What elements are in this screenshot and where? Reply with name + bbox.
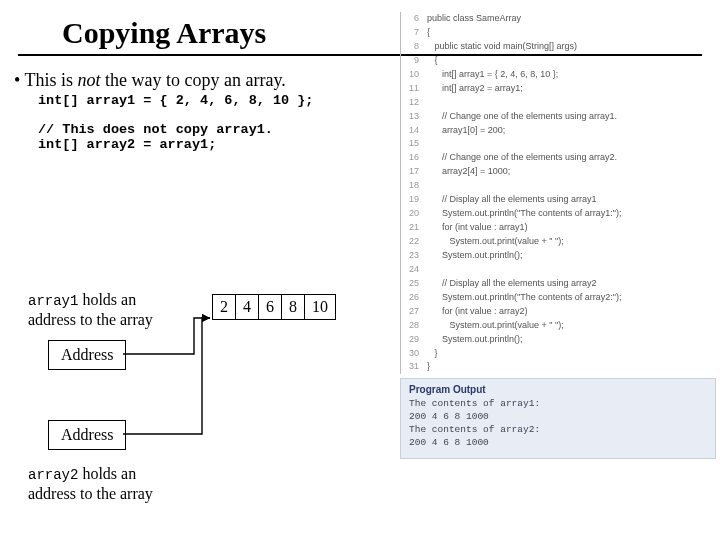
code-row: 22 System.out.print(value + " "); xyxy=(407,235,716,249)
code-row: 10 int[] array1 = { 2, 4, 6, 8, 10 }; xyxy=(407,68,716,82)
line-number: 29 xyxy=(407,333,427,347)
output-line: The contents of array1: xyxy=(409,398,707,411)
code-text: public class SameArray xyxy=(427,12,521,26)
line-number: 8 xyxy=(407,40,427,54)
line-number: 28 xyxy=(407,319,427,333)
code-text: for (int value : array2) xyxy=(427,305,528,319)
line-number: 18 xyxy=(407,179,427,193)
code-row: 31} xyxy=(407,360,716,374)
line-number: 7 xyxy=(407,26,427,40)
line-number: 19 xyxy=(407,193,427,207)
line-number: 16 xyxy=(407,151,427,165)
output-line: The contents of array2: xyxy=(409,424,707,437)
code-row: 7{ xyxy=(407,26,716,40)
line-number: 30 xyxy=(407,347,427,361)
line-number: 12 xyxy=(407,96,427,110)
code-text: } xyxy=(427,360,430,374)
line-number: 31 xyxy=(407,360,427,374)
code-text: System.out.println(); xyxy=(427,333,523,347)
code-row: 24 xyxy=(407,263,716,277)
line-number: 14 xyxy=(407,124,427,138)
code-text: System.out.print(value + " "); xyxy=(427,235,564,249)
code-text: int[] array1 = { 2, 4, 6, 8, 10 }; xyxy=(427,68,558,82)
line-number: 23 xyxy=(407,249,427,263)
code-text: // Display all the elements using array1 xyxy=(427,193,597,207)
code-text: } xyxy=(427,347,438,361)
code-text: System.out.println("The contents of arra… xyxy=(427,291,621,305)
right-column: 6public class SameArray7{8 public static… xyxy=(400,12,716,459)
arrow-1 xyxy=(14,70,414,530)
code-text: array1[0] = 200; xyxy=(427,124,505,138)
line-number: 24 xyxy=(407,263,427,277)
code-row: 25 // Display all the elements using arr… xyxy=(407,277,716,291)
code-row: 26 System.out.println("The contents of a… xyxy=(407,291,716,305)
code-row: 13 // Change one of the elements using a… xyxy=(407,110,716,124)
line-number: 11 xyxy=(407,82,427,96)
code-row: 8 public static void main(String[] args) xyxy=(407,40,716,54)
code-row: 21 for (int value : array1) xyxy=(407,221,716,235)
line-number: 13 xyxy=(407,110,427,124)
code-row: 15 xyxy=(407,137,716,151)
left-column: • This is not the way to copy an array. … xyxy=(14,70,394,152)
code-row: 29 System.out.println(); xyxy=(407,333,716,347)
code-text: array2[4] = 1000; xyxy=(427,165,510,179)
code-row: 30 } xyxy=(407,347,716,361)
code-listing: 6public class SameArray7{8 public static… xyxy=(400,12,716,374)
code-text: // Display all the elements using array2 xyxy=(427,277,597,291)
code-text: for (int value : array1) xyxy=(427,221,528,235)
program-output: Program Output The contents of array1:20… xyxy=(400,378,716,458)
code-row: 28 System.out.print(value + " "); xyxy=(407,319,716,333)
line-number: 26 xyxy=(407,291,427,305)
line-number: 6 xyxy=(407,12,427,26)
code-row: 23 System.out.println(); xyxy=(407,249,716,263)
line-number: 10 xyxy=(407,68,427,82)
code-row: 27 for (int value : array2) xyxy=(407,305,716,319)
code-text: System.out.print(value + " "); xyxy=(427,319,564,333)
code-text: System.out.println("The contents of arra… xyxy=(427,207,621,221)
output-header: Program Output xyxy=(409,384,707,395)
code-row: 11 int[] array2 = array1; xyxy=(407,82,716,96)
code-row: 12 xyxy=(407,96,716,110)
code-row: 19 // Display all the elements using arr… xyxy=(407,193,716,207)
line-number: 27 xyxy=(407,305,427,319)
code-row: 17 array2[4] = 1000; xyxy=(407,165,716,179)
line-number: 17 xyxy=(407,165,427,179)
code-text: // Change one of the elements using arra… xyxy=(427,151,617,165)
line-number: 20 xyxy=(407,207,427,221)
output-line: 200 4 6 8 1000 xyxy=(409,437,707,450)
line-number: 22 xyxy=(407,235,427,249)
line-number: 21 xyxy=(407,221,427,235)
line-number: 25 xyxy=(407,277,427,291)
code-text: // Change one of the elements using arra… xyxy=(427,110,617,124)
code-text: { xyxy=(427,26,430,40)
output-line: 200 4 6 8 1000 xyxy=(409,411,707,424)
code-row: 6public class SameArray xyxy=(407,12,716,26)
code-row: 20 System.out.println("The contents of a… xyxy=(407,207,716,221)
code-row: 16 // Change one of the elements using a… xyxy=(407,151,716,165)
code-row: 18 xyxy=(407,179,716,193)
code-text: System.out.println(); xyxy=(427,249,523,263)
code-text: { xyxy=(427,54,438,68)
line-number: 9 xyxy=(407,54,427,68)
code-row: 14 array1[0] = 200; xyxy=(407,124,716,138)
line-number: 15 xyxy=(407,137,427,151)
code-row: 9 { xyxy=(407,54,716,68)
code-text: public static void main(String[] args) xyxy=(427,40,577,54)
code-text: int[] array2 = array1; xyxy=(427,82,523,96)
